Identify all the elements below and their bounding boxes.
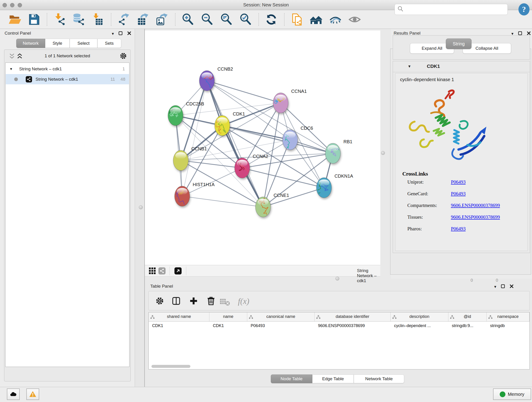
home-button[interactable]: [310, 13, 323, 26]
crosslink-link[interactable]: P06493: [451, 179, 466, 185]
network-node-HIST1H1A[interactable]: HIST1H1A: [174, 182, 215, 206]
left-splitter-handle[interactable]: [139, 205, 143, 209]
tree-expander-icon[interactable]: ▼: [9, 67, 13, 71]
horizontal-scrollbar[interactable]: [152, 365, 190, 368]
table-cell[interactable]: 9606.ENSP00000378699: [315, 322, 391, 331]
column-header-@id[interactable]: @id: [448, 313, 487, 321]
network-node-CDC6[interactable]: CDC6: [279, 126, 313, 153]
add-column-icon[interactable]: [189, 296, 198, 306]
import-network-button[interactable]: [53, 13, 66, 26]
save-session-button[interactable]: [27, 13, 40, 26]
network-edge[interactable]: [207, 81, 281, 103]
table-cell[interactable]: CDK1: [149, 322, 209, 331]
gene-section-header[interactable]: ▼ CDK1: [393, 61, 530, 72]
memory-button[interactable]: Memory: [493, 389, 531, 400]
birdseye-view-icon[interactable]: [174, 267, 182, 275]
tab-sets[interactable]: Sets: [97, 39, 121, 48]
search-input[interactable]: [404, 5, 507, 14]
panel-close-icon[interactable]: [127, 31, 131, 36]
cloud-button[interactable]: [7, 389, 20, 400]
network-edge[interactable]: [182, 196, 263, 207]
crosslink-label: Uniprot:: [407, 179, 424, 185]
column-header-canonical-name[interactable]: canonical name: [247, 313, 315, 321]
network-node-CDC25B[interactable]: CDC25B: [167, 101, 204, 126]
table-cell[interactable]: P06493: [247, 322, 315, 331]
table-settings-gear-icon[interactable]: [155, 296, 164, 306]
crosslink-link[interactable]: P06493: [451, 226, 466, 232]
zoom-fit-button[interactable]: [220, 13, 233, 26]
column-header-name[interactable]: name: [209, 313, 247, 321]
network-options-gear-icon[interactable]: [119, 52, 127, 60]
network-collection-row[interactable]: ▼ String Network – cdk1 1: [6, 64, 129, 74]
import-table-button[interactable]: [92, 13, 104, 26]
delete-column-icon[interactable]: [206, 296, 215, 306]
table-cell[interactable]: cyclin–dependent ...: [391, 322, 448, 331]
column-header-namespace[interactable]: namespace: [487, 313, 530, 321]
network-edge[interactable]: [181, 160, 242, 168]
panel-menu-icon[interactable]: ▾: [494, 285, 496, 289]
table-cell[interactable]: CDK1: [209, 322, 247, 331]
export-image-button[interactable]: [156, 13, 169, 26]
panel-menu-icon[interactable]: ▾: [112, 32, 114, 36]
refresh-button[interactable]: [265, 13, 278, 26]
gene-description: cyclin–dependent kinase 1: [400, 77, 454, 82]
crosslink-link[interactable]: 9606.ENSP00000378699: [451, 214, 500, 220]
tab-string[interactable]: String: [446, 38, 472, 49]
panel-float-icon[interactable]: [501, 284, 505, 289]
table-cell[interactable]: stringdb:9...: [448, 322, 487, 331]
column-label: database identifier: [315, 314, 390, 319]
table-cell[interactable]: stringdb: [487, 322, 530, 331]
panel-close-icon[interactable]: [510, 284, 514, 289]
grid-view-icon[interactable]: [148, 267, 156, 275]
open-session-button[interactable]: [8, 13, 21, 26]
zoom-selected-button[interactable]: [239, 13, 252, 26]
network-edge[interactable]: [263, 188, 324, 207]
network-node-CCNA1[interactable]: CCNA1: [272, 89, 307, 113]
export-table-button[interactable]: [137, 13, 149, 26]
zoom-out-button[interactable]: [201, 13, 214, 26]
column-header-description[interactable]: description: [391, 313, 448, 321]
right-splitter-handle[interactable]: [381, 151, 385, 155]
tab-select[interactable]: Select: [70, 39, 97, 48]
node-table[interactable]: shared namenamecanonical namedatabase id…: [148, 312, 530, 370]
import-database-button[interactable]: [72, 13, 85, 26]
network-edge[interactable]: [182, 81, 207, 196]
network-view-row[interactable]: String Network – cdk1 11 48: [6, 74, 129, 84]
clone-network-button[interactable]: [291, 13, 303, 26]
column-label: namespace: [487, 314, 529, 319]
table-header-row: shared namenamecanonical namedatabase id…: [149, 313, 530, 322]
tab-network[interactable]: Network: [16, 39, 45, 48]
zoom-in-button[interactable]: [181, 13, 194, 26]
panel-menu-icon[interactable]: ▾: [511, 32, 513, 36]
table-row[interactable]: CDK1CDK1P064939606.ENSP00000378699cyclin…: [149, 322, 530, 331]
column-header-database-identifier[interactable]: database identifier: [315, 313, 391, 321]
toolbar-separator: [259, 13, 259, 26]
export-network-button[interactable]: [117, 13, 130, 26]
network-node-CDKN1A[interactable]: CDKN1A: [317, 173, 353, 198]
memory-label: Memory: [508, 392, 524, 397]
tab-node-table[interactable]: Node Table: [271, 375, 312, 383]
horizontal-splitter-handle[interactable]: [336, 277, 339, 281]
panel-float-icon[interactable]: [119, 31, 123, 36]
network-node-RB1[interactable]: RB1: [325, 139, 352, 163]
tab-style[interactable]: Style: [45, 39, 70, 48]
column-header-shared-name[interactable]: shared name: [149, 313, 209, 321]
show-all-button[interactable]: [348, 13, 361, 26]
network-canvas[interactable]: CCNB2CCNA1CDC25BCDK1CDC6RB1CCNB1CCNA2CDK…: [145, 31, 380, 265]
network-edge[interactable]: [207, 81, 263, 207]
share-view-icon[interactable]: [158, 267, 166, 275]
warnings-button[interactable]: [26, 389, 39, 400]
tab-edge-table[interactable]: Edge Table: [312, 375, 354, 383]
network-node-CCNE1[interactable]: CCNE1: [255, 193, 289, 221]
help-button[interactable]: ?: [517, 3, 531, 16]
network-edge[interactable]: [222, 126, 333, 153]
search-box[interactable]: [394, 4, 508, 15]
network-edge[interactable]: [242, 168, 324, 188]
protein-structure-image: [404, 86, 493, 166]
section-collapse-icon[interactable]: ▼: [408, 64, 411, 69]
crosslink-link[interactable]: P06493: [451, 191, 466, 197]
show-columns-icon[interactable]: [172, 296, 181, 306]
hide-selected-button[interactable]: [329, 13, 342, 26]
crosslink-link[interactable]: 9606.ENSP00000378699: [451, 203, 500, 208]
tab-network-table[interactable]: Network Table: [354, 375, 404, 383]
